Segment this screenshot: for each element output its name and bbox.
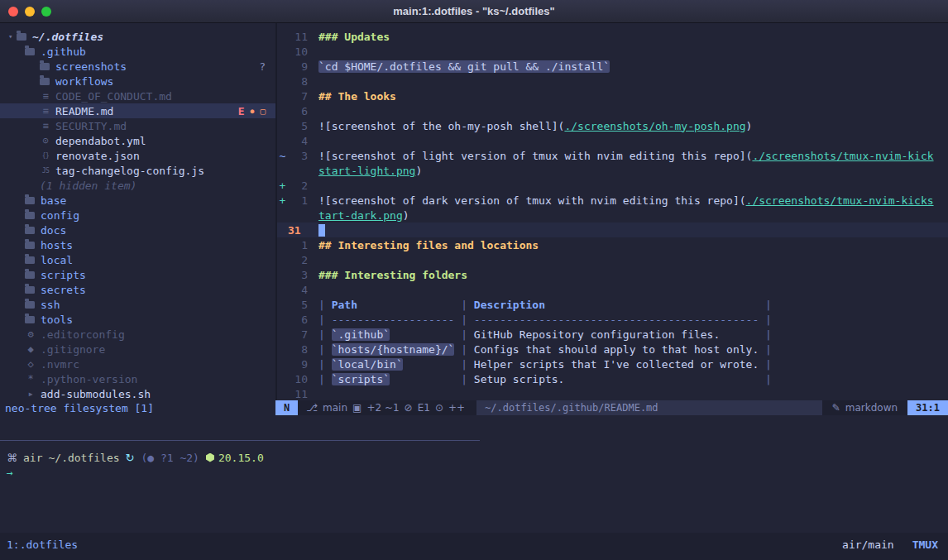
lsp-status: ++ xyxy=(448,402,465,414)
line-number: 11 xyxy=(288,31,308,43)
editor-line[interactable]: 11### Updates xyxy=(277,29,948,44)
editor-line[interactable]: +1![screenshot of dark version of tmux w… xyxy=(277,193,948,208)
editor-cursor-line[interactable]: 31 xyxy=(277,223,948,237)
md-table-pipe: | xyxy=(403,358,474,371)
node-version: 20.15.0 xyxy=(218,452,264,464)
md-inline-code: `scripts` xyxy=(332,373,390,385)
tree-item-dependabot[interactable]: ⊙dependabot.yml xyxy=(0,133,275,148)
tree-item-hidden-count[interactable]: (1 hidden item) xyxy=(0,178,275,193)
editor-pane[interactable]: 11### Updates 10 9`cd $HOME/.dotfiles &&… xyxy=(275,23,948,400)
tree-item-ssh[interactable]: ssh xyxy=(0,297,275,312)
node-hexagon-icon xyxy=(206,453,214,462)
editor-line[interactable]: 7| `.github` | GitHub Repository configu… xyxy=(277,327,948,342)
modified-dot-icon: ● xyxy=(251,108,255,115)
editor-line[interactable]: 8| `hosts/{hostname}/` | Configs that sh… xyxy=(277,342,948,357)
tree-item-gitignore[interactable]: ◆.gitignore xyxy=(0,342,275,357)
shell-script-icon: ▸ xyxy=(25,388,36,400)
editor-line[interactable]: 3### Interesting folders xyxy=(277,267,948,282)
editor-line[interactable]: 1## Interesting files and locations xyxy=(277,237,948,252)
md-table-pipe: | xyxy=(318,328,332,341)
editor-line[interactable]: 8 xyxy=(277,74,948,89)
tree-item-config[interactable]: config xyxy=(0,208,275,223)
editor-line[interactable]: 5| Path | Description | xyxy=(277,297,948,312)
editorconfig-icon: ⚙ xyxy=(25,328,36,340)
git-icon: ◆ xyxy=(25,343,36,355)
shell-input-line[interactable]: → xyxy=(7,465,948,480)
editor-line[interactable]: 4 xyxy=(277,133,948,148)
folder-icon xyxy=(25,197,35,204)
tree-item-tools[interactable]: tools xyxy=(0,312,275,327)
tree-item-security[interactable]: ≡SECURITY.md xyxy=(0,118,275,133)
md-table-delimiter: ----------------------------------------… xyxy=(474,314,759,326)
editor-line[interactable]: 6| ------------------- | ---------------… xyxy=(277,312,948,327)
error-badge: E xyxy=(238,105,245,117)
editor-line[interactable]: 11 xyxy=(277,386,948,400)
tree-item-readme[interactable]: ≡README.mdE●▢ xyxy=(0,103,275,118)
editor-line-wrap[interactable]: start-light.png) xyxy=(277,163,948,178)
tmux-window-name[interactable]: 1:.dotfiles xyxy=(7,538,78,551)
editor-line[interactable]: 5![screenshot of the oh-my-posh shell](.… xyxy=(277,118,948,133)
markdown-file-icon: ✎ xyxy=(832,402,840,414)
line-number: 8 xyxy=(288,75,308,88)
editor-line[interactable]: 2 xyxy=(277,252,948,267)
editor-line[interactable]: +2 xyxy=(277,178,948,193)
line-number: 9 xyxy=(288,60,308,73)
tree-item-add-submodules[interactable]: ▸add-submodules.sh xyxy=(0,386,275,400)
editor-line[interactable]: 9`cd $HOME/.dotfiles && git pull && ./in… xyxy=(277,59,948,74)
editor-line[interactable]: 10| `scripts` | Setup scripts. | xyxy=(277,371,948,386)
minimize-button[interactable] xyxy=(25,7,35,17)
tree-item-editorconfig[interactable]: ⚙.editorconfig xyxy=(0,327,275,342)
md-table-pipe: | xyxy=(390,328,474,341)
tree-item-label: .github xyxy=(41,45,86,58)
tree-item-secrets[interactable]: secrets xyxy=(0,282,275,297)
tree-item-label: base xyxy=(41,194,66,207)
line-number: 1 xyxy=(288,194,308,207)
md-table-pipe: | xyxy=(454,343,473,356)
markdown-icon: ≡ xyxy=(40,90,51,102)
line-number: 2 xyxy=(288,179,308,192)
python-icon: * xyxy=(25,373,36,385)
filetype-section: ✎markdown xyxy=(822,400,907,415)
line-number: 4 xyxy=(288,284,308,296)
tree-item-docs[interactable]: docs xyxy=(0,223,275,237)
zoom-button[interactable] xyxy=(41,7,51,17)
editor-line[interactable]: ~3![screenshot of light version of tmux … xyxy=(277,148,948,163)
editor-line[interactable]: 4 xyxy=(277,282,948,297)
shell-pane[interactable]: ⌘air~/.dotfiles↻(● ?1 ~2)20.15.0 → xyxy=(0,441,948,480)
tree-item-local[interactable]: local xyxy=(0,252,275,267)
apple-icon: ⌘ xyxy=(7,452,17,464)
tree-item-python-version[interactable]: *.python-version xyxy=(0,371,275,386)
tree-item-root[interactable]: ▾~/.dotfiles xyxy=(0,29,275,44)
tree-item-label: secrets xyxy=(41,284,86,296)
editor-line[interactable]: 9| `local/bin` | Helper scripts that I'v… xyxy=(277,357,948,371)
tree-item-nvmrc[interactable]: ◇.nvmrc xyxy=(0,357,275,371)
editor-line-wrap[interactable]: tart-dark.png) xyxy=(277,208,948,223)
tree-item-code-of-conduct[interactable]: ≡CODE_OF_CONDUCT.md xyxy=(0,89,275,103)
close-button[interactable] xyxy=(8,7,18,17)
editor-line[interactable]: 10 xyxy=(277,44,948,59)
tree-item-renovate[interactable]: {}renovate.json xyxy=(0,148,275,163)
md-table-pipe: | xyxy=(759,343,772,356)
line-number: 7 xyxy=(288,328,308,341)
md-link: ./screenshots/tmux-nvim-kicks xyxy=(746,194,934,207)
tree-item-workflows[interactable]: workflows xyxy=(0,74,275,89)
tree-item-tag-changelog[interactable]: JStag-changelog-config.js xyxy=(0,163,275,178)
line-number: 5 xyxy=(288,299,308,311)
editor-line[interactable]: 6 xyxy=(277,103,948,118)
tree-item-label: dependabot.yml xyxy=(55,135,146,147)
tree-item-github[interactable]: .github xyxy=(0,44,275,59)
prompt-path: ~/.dotfiles xyxy=(48,452,119,464)
tmux-badge: TMUX xyxy=(912,538,938,551)
line-number: 9 xyxy=(288,358,308,371)
editor-line[interactable]: 7## The looks xyxy=(277,89,948,103)
folder-icon xyxy=(25,316,35,323)
prompt-arrow: → xyxy=(7,467,13,479)
md-table-pipe: | xyxy=(318,299,332,311)
lsp-icon: ⊙ xyxy=(435,402,443,414)
md-table-pipe: | xyxy=(720,328,772,341)
tree-item-base[interactable]: base xyxy=(0,193,275,208)
tree-item-hosts[interactable]: hosts xyxy=(0,237,275,252)
statusline-git-section: ⎇main▣+2 ~1⊘E1⊙++ xyxy=(298,400,473,415)
tree-item-screenshots[interactable]: screenshots? xyxy=(0,59,275,74)
tree-item-scripts[interactable]: scripts xyxy=(0,267,275,282)
